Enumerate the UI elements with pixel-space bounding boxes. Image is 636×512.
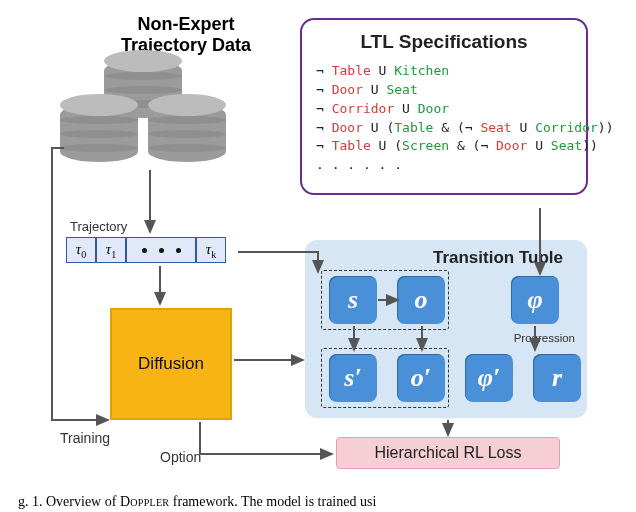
training-label: Training [60,430,110,446]
node-r: r [533,354,581,402]
trajectory-item: τk [196,237,226,263]
ltl-spec-line: ¬ Table U Kitchen [316,62,572,81]
node-o: o [397,276,445,324]
diffusion-label: Diffusion [138,354,204,374]
figure-caption: g. 1. Overview of Doppler framework. The… [0,494,636,510]
trajectory-strip: τ0 τ1 τk [66,237,226,263]
ltl-specifications-box: LTL Specifications ¬ Table U Kitchen¬ Do… [300,18,588,195]
ltl-spec-list: ¬ Table U Kitchen¬ Door U Seat¬ Corridor… [316,62,572,175]
ltl-spec-line: ¬ Door U Seat [316,81,572,100]
ltl-spec-line: ¬ Door U (Table & (¬ Seat U Corridor)) [316,119,572,138]
ltl-title: LTL Specifications [302,28,586,56]
nonexpert-line1: Non-Expert [137,14,234,34]
node-phi: φ [511,276,559,324]
ltl-spec-line: ¬ Corridor U Door [316,100,572,119]
transition-tuple-box: Transition Tuple s o φ s′ o′ φ′ r Progre… [305,240,587,418]
caption-suffix: framework. The model is trained usi [169,494,376,509]
trajectory-item: τ0 [66,237,96,263]
ltl-spec-line: ¬ Table U (Screen & (¬ Door U Seat)) [316,137,572,156]
nonexpert-data-label: Non-Expert Trajectory Data [96,14,276,55]
transition-tuple-title: Transition Tuple [433,248,563,268]
node-o-prime: o′ [397,354,445,402]
trajectory-item: τ1 [96,237,126,263]
database-cylinder-icon [60,104,138,162]
node-s: s [329,276,377,324]
caption-model-name: Doppler [120,494,169,509]
caption-prefix: g. 1. Overview of [18,494,120,509]
database-cylinders-icon [60,60,230,160]
option-label: Option [160,449,201,465]
database-cylinder-icon [148,104,226,162]
trajectory-ellipsis [126,237,196,263]
node-s-prime: s′ [329,354,377,402]
ltl-spec-line: . . . . . . [316,156,572,175]
diffusion-box: Diffusion [110,308,232,420]
rl-loss-label: Hierarchical RL Loss [374,444,521,462]
progression-label: Progression [514,332,575,344]
node-phi-prime: φ′ [465,354,513,402]
trajectory-label: Trajectory [70,219,127,234]
hierarchical-rl-loss-box: Hierarchical RL Loss [336,437,560,469]
